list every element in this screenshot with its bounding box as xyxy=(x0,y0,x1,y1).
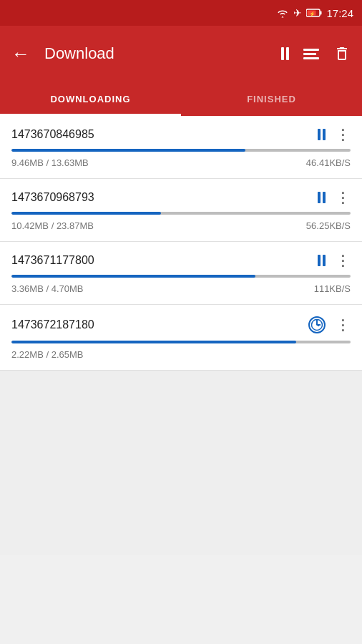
item-footer: 10.42MB / 23.87MB 56.25KB/S xyxy=(11,220,351,231)
download-item: 1473672187180 ⋮ 2.22MB / 2.65MB xyxy=(0,305,362,371)
item-name: 1473670968793 xyxy=(11,191,94,204)
pause-icon xyxy=(281,47,289,60)
sort-icon xyxy=(303,49,319,59)
delete-button[interactable] xyxy=(333,45,351,62)
battery-icon: ⚡ xyxy=(306,9,322,17)
toolbar-title: Download xyxy=(44,44,273,63)
download-item: 1473671177800 ⋮ 3.36MB / 4.70MB 111KB/S xyxy=(0,242,362,305)
item-header: 1473670968793 ⋮ xyxy=(11,190,351,205)
tab-downloading[interactable]: DOWNLOADING xyxy=(0,82,181,116)
item-header: 1473670846985 ⋮ xyxy=(11,127,351,142)
progress-bar xyxy=(11,341,351,343)
item-header: 1473671177800 ⋮ xyxy=(11,253,351,268)
toolbar-actions xyxy=(281,45,351,62)
item-actions: ⋮ xyxy=(318,190,351,205)
progress-fill xyxy=(11,149,245,152)
tabs: DOWNLOADING FINISHED xyxy=(0,82,362,116)
item-size: 2.22MB / 2.65MB xyxy=(11,349,83,360)
svg-text:⚡: ⚡ xyxy=(309,11,315,17)
item-speed: 56.25KB/S xyxy=(306,220,351,231)
item-header: 1473672187180 ⋮ xyxy=(11,316,351,333)
item-name: 1473670846985 xyxy=(11,128,94,141)
status-time: 17:24 xyxy=(326,7,353,19)
waiting-icon[interactable] xyxy=(308,316,326,333)
item-actions: ⋮ xyxy=(318,127,351,142)
item-pause-button[interactable] xyxy=(318,192,326,203)
progress-fill xyxy=(11,212,161,215)
item-size: 9.46MB / 13.63MB xyxy=(11,157,89,168)
back-button[interactable]: ← xyxy=(11,43,30,65)
progress-bar xyxy=(11,212,351,215)
svg-rect-1 xyxy=(321,11,322,15)
item-pause-button[interactable] xyxy=(318,255,326,266)
item-more-button[interactable]: ⋮ xyxy=(336,253,351,268)
item-footer: 2.22MB / 2.65MB xyxy=(11,349,351,360)
download-list: 1473670846985 ⋮ 9.46MB / 13.63MB 46.41KB… xyxy=(0,116,362,371)
delete-icon xyxy=(333,45,351,62)
item-more-button[interactable]: ⋮ xyxy=(336,127,351,142)
tab-finished[interactable]: FINISHED xyxy=(181,82,362,116)
svg-point-4 xyxy=(312,320,323,331)
item-more-button[interactable]: ⋮ xyxy=(336,318,351,332)
item-speed: 46.41KB/S xyxy=(306,157,351,168)
item-size: 3.36MB / 4.70MB xyxy=(11,283,83,294)
item-name: 1473672187180 xyxy=(11,318,94,331)
status-icons: ✈ ⚡ 17:24 xyxy=(276,7,353,19)
download-item: 1473670968793 ⋮ 10.42MB / 23.87MB 56.25K… xyxy=(0,179,362,242)
toolbar: ← Download xyxy=(0,26,362,82)
item-actions: ⋮ xyxy=(318,253,351,268)
progress-fill xyxy=(11,341,296,343)
progress-fill xyxy=(11,275,255,278)
item-name: 1473671177800 xyxy=(11,254,94,267)
item-actions: ⋮ xyxy=(308,316,351,333)
item-size: 10.42MB / 23.87MB xyxy=(11,220,94,231)
item-pause-button[interactable] xyxy=(318,129,326,140)
progress-bar xyxy=(11,149,351,152)
item-footer: 3.36MB / 4.70MB 111KB/S xyxy=(11,283,351,294)
pause-all-button[interactable] xyxy=(281,47,289,60)
item-footer: 9.46MB / 13.63MB 46.41KB/S xyxy=(11,157,351,168)
wifi-icon xyxy=(276,8,289,18)
status-bar: ✈ ⚡ 17:24 xyxy=(0,0,362,26)
progress-bar xyxy=(11,275,351,278)
empty-area xyxy=(0,371,362,555)
item-more-button[interactable]: ⋮ xyxy=(336,190,351,205)
airplane-icon: ✈ xyxy=(293,7,302,19)
item-speed: 111KB/S xyxy=(314,283,351,294)
sort-button[interactable] xyxy=(303,49,319,59)
download-item: 1473670846985 ⋮ 9.46MB / 13.63MB 46.41KB… xyxy=(0,116,362,179)
